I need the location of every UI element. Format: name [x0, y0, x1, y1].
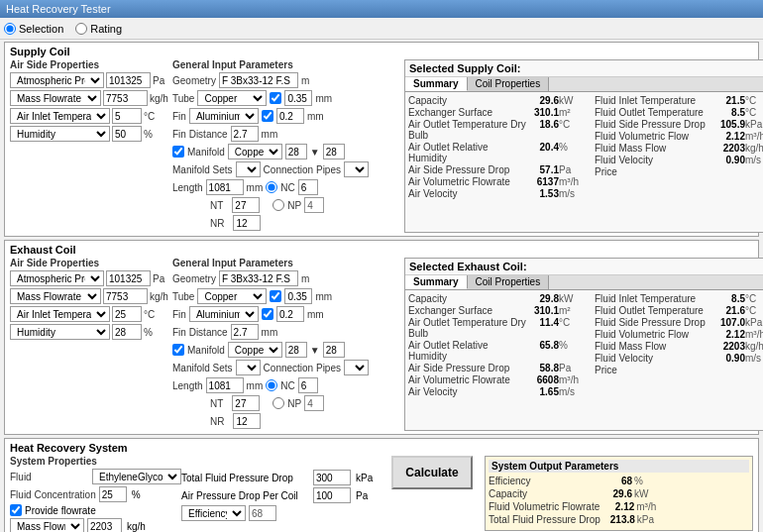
supply-mass-flowrate-input[interactable] [103, 90, 148, 106]
exhaust-fin-select[interactable]: Aluminium [189, 306, 259, 322]
supply-air-side-title: Air Side Properties [10, 59, 168, 70]
supply-fin-distance-input[interactable] [231, 126, 259, 142]
hr-fluid-select[interactable]: EthyleneGlycol [92, 469, 181, 484]
supply-nt-row: NT NP [172, 197, 400, 213]
supply-tube-val[interactable] [284, 90, 312, 106]
exhaust-coil-props-tab[interactable]: Coil Properties [468, 275, 550, 289]
supply-manifold-check[interactable] [172, 146, 184, 158]
exhaust-nt-input[interactable] [232, 395, 260, 411]
exhaust-manifold-check[interactable] [172, 344, 184, 356]
hr-provide-flowrate-check[interactable] [10, 504, 22, 516]
supply-fin-check[interactable] [262, 110, 273, 122]
supply-np-radio[interactable] [272, 199, 284, 211]
supply-length-row: Length mm NC [172, 179, 400, 195]
selection-radio-label[interactable]: Selection [4, 23, 63, 35]
exhaust-gen-params-title: General Input Parameters [172, 258, 400, 268]
exhaust-tube-row: Tube Copper mm [172, 288, 400, 304]
supply-atm-pressure-row: Atmospheric Pressure Pa [10, 72, 168, 88]
exhaust-nr-input[interactable] [233, 413, 261, 429]
supply-air-inlet-temp-input[interactable] [112, 108, 142, 124]
exhaust-atm-pressure-row: Atmospheric Pressure Pa [10, 270, 168, 286]
exhaust-tube-check[interactable] [270, 290, 281, 302]
exhaust-humidity-row: Humidity % [10, 324, 168, 340]
supply-nt-input[interactable] [232, 197, 260, 213]
supply-fin-select[interactable]: Aluminium [189, 108, 259, 124]
exhaust-manifold-val1[interactable] [285, 342, 307, 358]
supply-geometry-row: Geometry m [172, 72, 400, 88]
exhaust-fin-check[interactable] [262, 308, 273, 320]
exhaust-np-radio[interactable] [272, 397, 284, 409]
supply-manifold-val1[interactable] [285, 144, 307, 160]
exhaust-manifold-select[interactable]: Copper [228, 342, 282, 358]
supply-nc-input[interactable] [298, 179, 318, 195]
hr-total-fluid-pressure-input[interactable] [313, 470, 351, 485]
exhaust-air-side-panel: Air Side Properties Atmospheric Pressure… [10, 258, 168, 431]
hr-fluid-conc-input[interactable] [99, 486, 127, 502]
supply-nr-input[interactable] [233, 215, 261, 231]
hr-mass-flowrate-input[interactable] [87, 518, 122, 532]
exhaust-manifold-val2[interactable] [323, 342, 345, 358]
exhaust-humidity-select[interactable]: Humidity [10, 324, 110, 340]
supply-selected-title: Selected Supply Coil: [405, 60, 763, 77]
calculate-button[interactable]: Calculate [391, 456, 472, 489]
exhaust-coil-section: Exhaust Coil Air Side Properties Atmosph… [4, 240, 759, 435]
supply-fin-val[interactable] [276, 108, 304, 124]
exhaust-mass-flowrate-select[interactable]: Mass Flowrate [10, 288, 101, 304]
heat-recovery-section: Heat Recovery System System Properties F… [4, 438, 759, 532]
supply-np-input[interactable] [304, 197, 324, 213]
rating-radio[interactable] [75, 23, 87, 35]
hr-air-pressure-input[interactable] [313, 487, 351, 503]
exhaust-fin-distance-row: Fin Distance mm [172, 324, 400, 340]
exhaust-atm-pressure-select[interactable]: Atmospheric Pressure [10, 270, 104, 286]
exhaust-atm-pressure-input[interactable] [106, 270, 151, 286]
supply-nc-radio[interactable] [266, 181, 277, 193]
exhaust-length-input[interactable] [206, 377, 244, 393]
hr-efficiency-input[interactable] [249, 505, 276, 521]
exhaust-humidity-input[interactable] [112, 324, 142, 340]
exhaust-mass-flowrate-input[interactable] [103, 288, 148, 304]
supply-humidity-row: Humidity % [10, 126, 168, 142]
supply-tube-check[interactable] [270, 92, 281, 104]
hr-mass-flowrate-select[interactable]: Mass Flowrate [10, 518, 84, 532]
supply-geometry-input[interactable] [219, 72, 298, 88]
supply-gen-params-panel: General Input Parameters Geometry m Tube… [172, 59, 400, 233]
exhaust-fin-distance-input[interactable] [231, 324, 259, 340]
supply-summary-tab[interactable]: Summary [405, 77, 468, 91]
hr-efficiency-select[interactable]: Efficiency [181, 505, 246, 521]
supply-length-input[interactable] [206, 179, 244, 195]
supply-selected-panel: Selected Supply Coil: Summary Coil Prope… [404, 59, 763, 233]
supply-manifold-select[interactable]: Copper [228, 144, 282, 160]
supply-conn-pipes[interactable]: 1 [344, 161, 369, 177]
supply-air-inlet-temp-select[interactable]: Air Inlet Temperature [10, 108, 110, 124]
selection-radio[interactable] [4, 23, 16, 35]
supply-coil-props-tab[interactable]: Coil Properties [468, 77, 550, 91]
exhaust-tube-val[interactable] [284, 288, 312, 304]
rating-radio-label[interactable]: Rating [75, 23, 122, 35]
exhaust-conn-pipes[interactable]: 1 [344, 360, 369, 375]
exhaust-geometry-input[interactable] [219, 270, 298, 286]
supply-humidity-select[interactable]: Humidity [10, 126, 110, 142]
selection-label: Selection [19, 23, 63, 35]
supply-manifold-sets[interactable]: 1 [236, 161, 261, 177]
exhaust-nc-input[interactable] [298, 377, 318, 393]
supply-manifold-val2[interactable] [323, 144, 345, 160]
supply-atm-pressure-input[interactable] [106, 72, 151, 88]
rating-label: Rating [90, 23, 122, 35]
exhaust-nc-radio[interactable] [266, 379, 277, 391]
exhaust-fin-val[interactable] [276, 306, 304, 322]
supply-atm-pressure-select[interactable]: Atmospheric Pressure [10, 72, 104, 88]
exhaust-air-inlet-temp-input[interactable] [112, 306, 142, 322]
exhaust-air-inlet-temp-select[interactable]: Air Inlet Temperature [10, 306, 110, 322]
hr-output-title: System Output Parameters [489, 460, 749, 473]
supply-mass-flowrate-select[interactable]: Mass Flowrate [10, 90, 101, 106]
supply-tube-select[interactable]: Copper [197, 90, 267, 106]
exhaust-selected-panel: Selected Exhaust Coil: Summary Coil Prop… [404, 258, 763, 431]
title-bar: Heat Recovery Tester [0, 0, 763, 18]
exhaust-summary-tab[interactable]: Summary [405, 275, 468, 289]
exhaust-geometry-row: Geometry m [172, 270, 400, 286]
exhaust-manifold-sets[interactable]: 1 [236, 360, 261, 375]
exhaust-np-input[interactable] [304, 395, 324, 411]
exhaust-tube-select[interactable]: Copper [197, 288, 267, 304]
supply-humidity-input[interactable] [112, 126, 142, 142]
supply-air-side-panel: Air Side Properties Atmospheric Pressure… [10, 59, 168, 233]
